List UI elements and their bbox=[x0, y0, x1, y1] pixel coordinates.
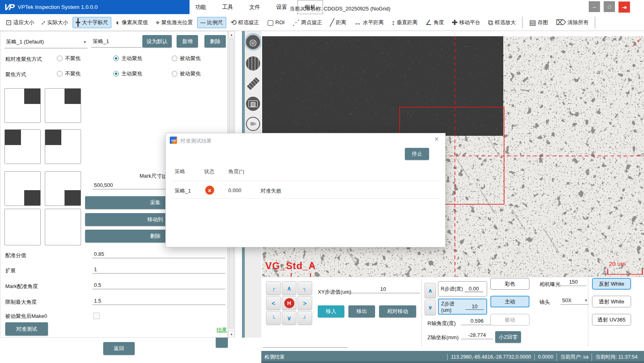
jog-button[interactable]: ┌ bbox=[266, 281, 281, 295]
light-source-button[interactable]: 反射 White bbox=[592, 278, 631, 290]
sidebar-icon[interactable]: ⊞≡ bbox=[246, 116, 261, 131]
minimize-button[interactable]: – bbox=[589, 1, 600, 12]
scroll-up-button[interactable]: ▴ bbox=[228, 31, 235, 38]
mark-thumbnail[interactable] bbox=[4, 171, 41, 206]
back-button[interactable]: 返回 bbox=[103, 342, 135, 355]
menu-item[interactable]: 设置 bbox=[276, 3, 288, 12]
mark-thumbnail[interactable] bbox=[4, 129, 41, 164]
toolbar-button[interactable]: ⋰ 两点旋正 bbox=[289, 17, 325, 28]
jog-button[interactable]: > bbox=[298, 296, 312, 310]
toolbar-button[interactable]: ▤ 存图 bbox=[526, 17, 551, 28]
mark-thumbnail[interactable] bbox=[4, 88, 41, 123]
toolbar-button[interactable]: ⊡ 适应大小 bbox=[2, 17, 38, 28]
close-icon[interactable]: × bbox=[434, 135, 439, 143]
align-test-button[interactable]: 对准测试 bbox=[5, 322, 48, 336]
radio-option[interactable]: 主动聚焦 bbox=[113, 70, 142, 77]
expand-arrow-icon[interactable]: ↗ bbox=[631, 43, 635, 48]
jog-button[interactable]: ┘ bbox=[298, 311, 312, 325]
parameter-input[interactable] bbox=[92, 297, 225, 305]
xy-step-input[interactable] bbox=[346, 285, 420, 293]
toolbar-button[interactable]: ─ 比例尺 bbox=[197, 17, 226, 28]
radio-option[interactable]: 被动聚焦 bbox=[172, 70, 201, 77]
jog-button[interactable]: ┐ bbox=[298, 281, 312, 295]
jog-button[interactable]: └ bbox=[266, 311, 281, 325]
jog-button[interactable]: ∨ bbox=[282, 311, 296, 325]
toolbar-button[interactable]: ↕ 垂直距离 bbox=[388, 17, 421, 28]
toolbar-button[interactable]: ⌦ 清除所有 bbox=[552, 17, 592, 28]
active-focus-button[interactable]: 主动 bbox=[490, 296, 529, 307]
radio-option[interactable]: 不聚焦 bbox=[57, 70, 81, 77]
stop-button[interactable]: 停止 bbox=[405, 148, 429, 160]
mark-thumbnail[interactable] bbox=[45, 209, 81, 245]
mark-thumbnail[interactable] bbox=[4, 209, 41, 245]
menu-item[interactable]: 工具 bbox=[222, 3, 233, 12]
radio-option[interactable]: 不聚焦 bbox=[57, 55, 81, 62]
toolbar-button[interactable] bbox=[594, 17, 596, 29]
r-axis-input[interactable] bbox=[461, 317, 493, 325]
move-button[interactable]: 相对移动 bbox=[379, 305, 416, 317]
light-source-button[interactable]: 透射 UV365 bbox=[592, 314, 631, 326]
color-button[interactable]: 彩色 bbox=[490, 278, 529, 290]
z-down-button[interactable]: ∨ bbox=[425, 300, 436, 315]
toolbar-button[interactable]: ⌖ 聚焦激光位置 bbox=[152, 17, 196, 28]
parameter-input[interactable] bbox=[92, 266, 225, 274]
set-default-button[interactable]: 设为默认 bbox=[142, 35, 172, 48]
lens-dropdown[interactable]: 50X ▾ bbox=[561, 297, 589, 305]
toolbar-button[interactable]: ◐ 像素灰度值 bbox=[113, 17, 151, 28]
radio-option[interactable]: 被动聚焦 bbox=[172, 55, 201, 62]
strategy-dropdown[interactable]: 策略_1 (Default) ▾ bbox=[4, 36, 88, 48]
menu-item[interactable]: 文件 bbox=[249, 3, 261, 12]
sidebar-icon[interactable]: ◎ bbox=[244, 33, 262, 51]
move-button[interactable]: 移出 bbox=[348, 305, 375, 317]
maximize-button[interactable]: □ bbox=[604, 1, 615, 12]
jog-button[interactable]: H bbox=[282, 296, 296, 310]
sidebar-icon[interactable]: ▨ bbox=[246, 96, 261, 111]
make0-checkbox[interactable] bbox=[93, 313, 100, 319]
z-step-input[interactable] bbox=[465, 303, 484, 310]
toolbar-button[interactable]: ╋ 大十字标尺 bbox=[73, 17, 111, 28]
toolbar-icon: ↕ bbox=[392, 19, 395, 26]
radio-label: 被动聚焦 bbox=[180, 70, 201, 77]
toolbar-button[interactable]: ⟲ 框选旋正 bbox=[227, 17, 263, 28]
z-axis-input[interactable] bbox=[461, 331, 493, 339]
mark-thumbnail[interactable] bbox=[45, 171, 81, 206]
toolbar-button[interactable]: ∠ 角度 bbox=[422, 17, 447, 28]
toolbar-button[interactable]: ↕ 实际大小 bbox=[39, 17, 71, 28]
exit-button[interactable]: ⇥ bbox=[618, 1, 630, 13]
exposure-input[interactable] bbox=[561, 278, 586, 286]
radio-option[interactable]: 主动聚焦 bbox=[113, 55, 142, 62]
r-step-field[interactable]: R步进(度) bbox=[438, 281, 487, 297]
toolbar-icon: ⋰ bbox=[292, 19, 300, 26]
sidebar-icon[interactable] bbox=[246, 56, 261, 71]
light-source-button[interactable]: 透射 White bbox=[592, 296, 631, 307]
z-up-button[interactable]: ∧ bbox=[425, 283, 436, 298]
parameter-input[interactable] bbox=[92, 281, 225, 289]
empty-input-underline[interactable] bbox=[263, 347, 348, 348]
move-button[interactable]: 移入 bbox=[318, 305, 344, 317]
strategy-name-input[interactable] bbox=[91, 36, 142, 48]
scroll-down-button[interactable]: ▾ bbox=[228, 331, 235, 338]
z-home-button[interactable]: 小Z回零 bbox=[495, 331, 521, 343]
toolbar-button[interactable]: ▢ ROI bbox=[264, 17, 288, 28]
mark-thumbnail[interactable] bbox=[45, 129, 81, 164]
delete-strategy-button[interactable]: 删除 bbox=[204, 35, 226, 48]
result-link[interactable]: 结果 bbox=[217, 326, 227, 334]
z-step-field[interactable]: Z步进(um) bbox=[438, 299, 487, 315]
toolbar-button[interactable]: ╱ 距离 bbox=[327, 17, 350, 28]
passive-focus-button[interactable]: 被动 bbox=[490, 314, 529, 326]
r-step-input[interactable] bbox=[465, 286, 483, 292]
jog-button[interactable]: ∧ bbox=[282, 281, 296, 295]
jog-button[interactable]: < bbox=[266, 296, 281, 310]
radio-icon bbox=[113, 71, 119, 77]
sidebar-icon[interactable] bbox=[246, 76, 261, 91]
menu-item[interactable]: 功能 bbox=[195, 3, 206, 12]
toolbar-button[interactable] bbox=[522, 17, 523, 29]
toolbar-button[interactable]: ✚ 移动平台 bbox=[448, 17, 484, 28]
parameter-input[interactable] bbox=[92, 250, 225, 258]
collapse-arrow-icon[interactable]: ↙ bbox=[637, 36, 642, 43]
toolbar-button[interactable]: ↔ 水平距离 bbox=[351, 17, 387, 28]
partial-button[interactable] bbox=[216, 338, 228, 348]
add-strategy-button[interactable]: 新增 bbox=[177, 35, 198, 48]
mark-thumbnail[interactable] bbox=[45, 88, 81, 123]
toolbar-button[interactable]: ⧉ 框选放大 bbox=[485, 17, 519, 28]
